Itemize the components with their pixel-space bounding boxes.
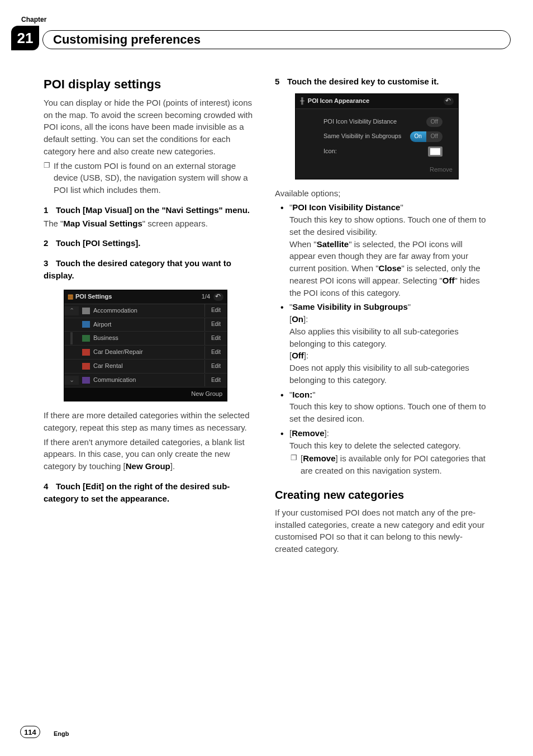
section-heading-poi-display: POI display settings [44, 75, 258, 93]
back-icon[interactable] [444, 97, 454, 105]
communication-icon [82, 377, 90, 384]
step-1-result: The "Map Visual Settings" screen appears… [44, 218, 258, 230]
txt: Same Visibility in Subgroups [292, 302, 407, 311]
txt: ]. [170, 461, 175, 471]
row-label: POI Icon Visibility Distance [323, 117, 397, 126]
step-4-text: Touch [Edit] on the right of the desired… [44, 481, 230, 503]
screenshot-poi-settings: ▥POI Settings 1/4 ⌃ Accommodation Edit A… [64, 290, 227, 402]
step-5: 5Touch the desired key to customise it. [275, 75, 489, 88]
language-label: Engb [54, 730, 69, 737]
shot1-page: 1/4 [202, 292, 210, 301]
shot2-header: ╫POI Icon Appearance [296, 94, 458, 109]
list-item[interactable]: Car Dealer/Repair Edit [64, 346, 227, 360]
step-5-text: Touch the desired key to customise it. [287, 77, 439, 86]
edit-button[interactable]: Edit [204, 346, 227, 359]
shot1-title: ▥POI Settings [68, 292, 112, 301]
txt: Icon: [292, 390, 312, 399]
page-number-badge: 114 [20, 726, 40, 738]
option-visibility-distance: "POI Icon Visibility Distance" [289, 201, 489, 214]
business-icon [82, 335, 90, 342]
chapter-number-badge: 21 [11, 26, 39, 50]
chapter-title: Customising preferences [53, 32, 201, 47]
step-2-text: Touch [POI Settings]. [56, 238, 140, 248]
txt: On [410, 131, 426, 142]
scroll-up-icon[interactable]: ⌃ [64, 306, 79, 315]
note-custom-poi: If the custom POI is found on an externa… [54, 160, 258, 196]
txt: " screen appears. [142, 219, 208, 228]
txt: POI Settings [75, 292, 112, 301]
list-item[interactable]: ⌃ Accommodation Edit [64, 304, 227, 318]
edit-button[interactable]: Edit [204, 304, 227, 317]
scroll-track[interactable] [70, 332, 73, 344]
row-label: Icon: [323, 147, 337, 156]
edit-button[interactable]: Edit [204, 332, 227, 345]
txt: POI Icon Appearance [308, 97, 369, 106]
row-label: Airport [93, 320, 111, 329]
row-same-visibility[interactable]: Same Visibility in Subgroups OnOff [323, 131, 442, 142]
txt: Off [292, 351, 304, 360]
chapter-title-pill: Customising preferences [42, 30, 511, 49]
txt: Off [426, 117, 442, 127]
txt: The " [44, 219, 63, 228]
edit-button[interactable]: Edit [204, 318, 227, 331]
creating-categories-text: If your customised POI does not match an… [275, 507, 489, 555]
toggle-on-off[interactable]: OnOff [410, 131, 443, 142]
option-icon: "Icon:" [289, 389, 489, 401]
option-remove-note: [Remove] is available only for POI categ… [301, 452, 489, 477]
shot1-header: ▥POI Settings 1/4 [64, 290, 227, 304]
step-3: 3Touch the desired category that you wan… [44, 257, 258, 282]
toggle-off[interactable]: Off [426, 117, 442, 127]
car-dealer-icon [82, 349, 90, 356]
txt: New Group [126, 461, 170, 471]
back-icon[interactable] [213, 293, 223, 301]
row-label: Business [93, 334, 118, 343]
list-icon: ▥ [68, 292, 73, 301]
step-1: 1Touch [Map Visual] on the "Navi Setting… [44, 204, 258, 216]
edit-button[interactable]: Edit [204, 374, 227, 387]
txt: Map Visual Settings [63, 219, 142, 228]
txt: Off [426, 131, 442, 142]
option-sv-on: [On]: [289, 313, 489, 325]
row-icon[interactable]: Icon: [323, 147, 442, 157]
txt: Remove [303, 453, 335, 463]
step-2: 2Touch [POI Settings]. [44, 237, 258, 249]
new-group-button[interactable]: New Group [64, 388, 227, 401]
available-options-label: Available options; [275, 187, 489, 200]
txt: When " [289, 239, 317, 249]
scroll-down-icon[interactable]: ⌄ [64, 376, 79, 385]
remove-button[interactable]: Remove [296, 163, 458, 177]
txt: Off [442, 276, 455, 285]
row-label: Communication [93, 376, 136, 385]
txt: On [292, 314, 303, 324]
row-label: Car Dealer/Repair [93, 348, 143, 357]
row-label: Accommodation [93, 306, 137, 315]
txt: Remove [292, 428, 324, 438]
step-1-text: Touch [Map Visual] on the "Navi Settings… [56, 205, 250, 215]
right-column: 5Touch the desired key to customise it. … [275, 75, 489, 557]
option-sv-on-text: Also applies this visibility to all sub-… [289, 325, 489, 350]
shot2-title: ╫POI Icon Appearance [300, 97, 369, 106]
icon-preview[interactable] [428, 147, 442, 157]
row-visibility-distance[interactable]: POI Icon Visibility Distance Off [323, 117, 442, 127]
section-heading-creating-categories: Creating new categories [275, 487, 489, 503]
left-column: POI display settings You can display or … [44, 75, 258, 557]
option-icon-text: Touch this key to show options. Touch on… [289, 400, 489, 425]
option-vd-desc2: When "Satellite" is selected, the POI ic… [289, 238, 489, 299]
txt: Satellite [317, 239, 349, 249]
list-item[interactable]: Airport Edit [64, 318, 227, 332]
list-item[interactable]: ⌄ Communication Edit [64, 374, 227, 388]
option-remove-text: Touch this key to delete the selected ca… [289, 440, 489, 452]
step-4: 4Touch [Edit] on the right of the desire… [44, 480, 258, 505]
step-3-text: Touch the desired category that you want… [44, 258, 231, 280]
row-label: Car Rental [93, 362, 123, 371]
settings-icon: ╫ [300, 97, 304, 106]
edit-button[interactable]: Edit [204, 360, 227, 373]
option-remove: [Remove]: [289, 427, 489, 440]
list-item[interactable]: Car Rental Edit [64, 360, 227, 374]
screenshot-poi-icon-appearance: ╫POI Icon Appearance POI Icon Visibility… [295, 93, 459, 179]
list-item[interactable]: Business Edit [64, 332, 227, 346]
txt: Close [379, 263, 402, 273]
intro-paragraph: You can display or hide the POI (points … [44, 97, 258, 158]
option-same-visibility: "Same Visibility in Subgroups" [289, 301, 489, 313]
car-rental-icon [82, 363, 90, 370]
